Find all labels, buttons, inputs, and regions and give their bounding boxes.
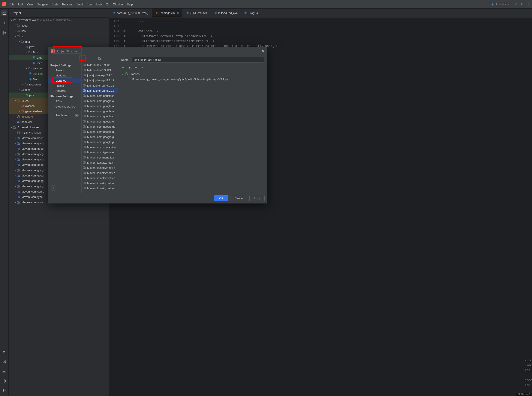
- caret-icon[interactable]: ▸: [18, 110, 21, 112]
- library-item[interactable]: Maven: com.sun.activa: [82, 145, 118, 150]
- library-item[interactable]: junit-jupiter-api-5.9.11: [82, 78, 118, 83]
- structure-tool-button[interactable]: [1, 30, 7, 36]
- caret-icon[interactable]: ▸: [14, 196, 17, 198]
- commit-tool-button[interactable]: [1, 20, 7, 26]
- nav-back-button[interactable]: ←: [50, 56, 53, 59]
- library-item[interactable]: Maven: io.netty:netty-l: [82, 160, 118, 165]
- nav-sdks[interactable]: SDKs: [48, 99, 82, 104]
- tree-row[interactable]: ▾src: [9, 34, 109, 39]
- library-item[interactable]: byte-buddy-1.9.121: [82, 67, 118, 73]
- problems-tool-button[interactable]: [1, 378, 7, 384]
- close-tab-button[interactable]: ✕: [177, 12, 179, 15]
- menu-run[interactable]: Run: [87, 3, 92, 6]
- library-item[interactable]: Maven: com.google.au: [82, 109, 118, 114]
- caret-icon[interactable]: ▾: [18, 89, 21, 91]
- run-button[interactable]: [514, 2, 517, 6]
- library-item[interactable]: Maven: com.google.gu: [82, 124, 118, 129]
- nav-artifacts[interactable]: Artifacts: [48, 88, 82, 93]
- menu-file[interactable]: File: [10, 3, 14, 6]
- caret-icon[interactable]: ▸: [21, 83, 24, 86]
- tree-row[interactable]: ▾main: [9, 39, 109, 44]
- nav-problems[interactable]: Problems 8: [48, 113, 82, 118]
- library-item[interactable]: junit-jupiter-api-5.9.13: [82, 88, 118, 93]
- chevron-down-icon[interactable]: ▾: [121, 73, 124, 75]
- caret-icon[interactable]: ▸: [14, 158, 17, 161]
- caret-icon[interactable]: ▾: [10, 126, 13, 128]
- library-item[interactable]: junit-jupiter-api-5.9.12: [82, 83, 118, 88]
- library-item[interactable]: Maven: io.netty:netty-c: [82, 165, 118, 170]
- library-name-input[interactable]: [132, 57, 264, 63]
- help-button[interactable]: ?: [51, 185, 56, 191]
- project-tool-header[interactable]: Project ▾: [9, 9, 109, 17]
- caret-icon[interactable]: ▾: [10, 19, 13, 21]
- caret-icon[interactable]: ▸: [14, 137, 17, 139]
- library-item[interactable]: byte-buddy-1.9.12: [82, 62, 118, 67]
- caret-icon[interactable]: ▸: [14, 30, 17, 32]
- menu-refactor[interactable]: Refactor: [62, 3, 73, 6]
- library-item[interactable]: junit-jupiter-api-5.9.1: [82, 73, 118, 78]
- caret-icon[interactable]: ▸: [14, 142, 17, 145]
- library-item[interactable]: Maven: io.netty:netty-c: [82, 181, 118, 186]
- menu-edit[interactable]: Edit: [18, 3, 23, 6]
- more-tools-button[interactable]: ⋯: [1, 40, 7, 46]
- jar-path[interactable]: D:\maven\my_maven_local_repository\junit…: [132, 77, 228, 81]
- caret-icon[interactable]: ▸: [14, 190, 17, 193]
- run-tool-button[interactable]: [1, 358, 7, 364]
- ok-button[interactable]: OK: [214, 195, 228, 201]
- library-list[interactable]: byte-buddy-1.9.12byte-buddy-1.9.121junit…: [82, 62, 118, 193]
- nav-global-libraries[interactable]: Global Libraries: [48, 104, 82, 109]
- caret-icon[interactable]: ▸: [18, 105, 21, 107]
- nav-project[interactable]: Project: [48, 68, 82, 73]
- menu-view[interactable]: View: [27, 3, 33, 6]
- editor-tab[interactable]: ⒸJunitTest.java: [182, 9, 210, 17]
- caret-icon[interactable]: ▾: [14, 99, 17, 102]
- library-item[interactable]: Maven: commons-io:c: [82, 155, 118, 160]
- code-line[interactable]: -->: [123, 19, 144, 24]
- library-item[interactable]: Maven: com.beust:jco: [82, 93, 118, 98]
- library-item[interactable]: Maven: com.google.gu: [82, 129, 118, 134]
- menu-navigate[interactable]: Navigate: [37, 3, 47, 6]
- menu-code[interactable]: Code: [52, 3, 58, 6]
- code-line[interactable]: <!-- <id>maven-default-http-blocker</id>…: [123, 34, 213, 39]
- code-line[interactable]: <!-- <mirrorOf>external:http:*</mirrorOf…: [123, 39, 215, 43]
- library-content-tree[interactable]: ▾ Classes J D:\maven\my_maven_local_repo…: [121, 71, 264, 82]
- library-item[interactable]: Maven: com.google.au: [82, 104, 118, 109]
- caret-icon[interactable]: ▸: [14, 201, 17, 204]
- nav-modules[interactable]: Modules: [48, 73, 82, 78]
- menu-tools[interactable]: Tools: [96, 3, 102, 6]
- terminal-tool-button[interactable]: [1, 368, 7, 374]
- vcs-tool-button[interactable]: [1, 388, 7, 394]
- more-menu-icon[interactable]: ⋮: [527, 3, 530, 6]
- add-root-button[interactable]: ＋: [121, 65, 125, 70]
- code-editor[interactable]: 162 -->163164<!-- <mirror>-->165<!-- <id…: [109, 17, 532, 50]
- close-button[interactable]: ✕: [262, 49, 265, 53]
- menu-window[interactable]: Window: [113, 3, 123, 6]
- menu-git[interactable]: Git: [106, 3, 110, 6]
- library-item[interactable]: Maven: com.google.cc: [82, 114, 118, 119]
- tree-row[interactable]: ▸libs: [9, 28, 109, 34]
- library-item[interactable]: Maven: io.netty:netty-c: [82, 170, 118, 175]
- caret-icon[interactable]: ▾: [25, 51, 28, 53]
- caret-icon[interactable]: ▾: [18, 41, 21, 43]
- build-tool-button[interactable]: [1, 349, 7, 355]
- menu-build[interactable]: Build: [76, 3, 83, 6]
- remove-root-button[interactable]: －: [140, 65, 144, 70]
- code-line[interactable]: <!-- <mirror>-->: [123, 29, 158, 34]
- library-item[interactable]: Maven: com.typesafe.: [82, 150, 118, 155]
- run-configuration-selector[interactable]: Ⓒ JunitTest ▾: [489, 2, 511, 7]
- caret-icon[interactable]: ▸: [14, 185, 17, 187]
- add-library-button[interactable]: ＋: [83, 56, 88, 61]
- copy-library-button[interactable]: [97, 56, 102, 61]
- caret-icon[interactable]: ▾: [21, 46, 24, 48]
- editor-tab[interactable]: ⒸInitAndEnd.java: [210, 9, 241, 17]
- caret-icon[interactable]: ▸: [14, 153, 17, 155]
- library-item[interactable]: Maven: com.google.j2: [82, 140, 118, 145]
- editor-tab[interactable]: ⒸBlogCa: [241, 9, 261, 17]
- library-item[interactable]: Maven: io.netty:netty-l: [82, 186, 118, 191]
- remove-library-button[interactable]: －: [90, 56, 95, 61]
- caret-icon[interactable]: ▸: [14, 24, 17, 27]
- caret-icon[interactable]: ▾: [14, 35, 17, 37]
- caret-icon[interactable]: ▸: [25, 67, 28, 70]
- library-item[interactable]: Maven: com.google.gu: [82, 134, 118, 140]
- nav-libraries[interactable]: Libraries: [48, 78, 82, 83]
